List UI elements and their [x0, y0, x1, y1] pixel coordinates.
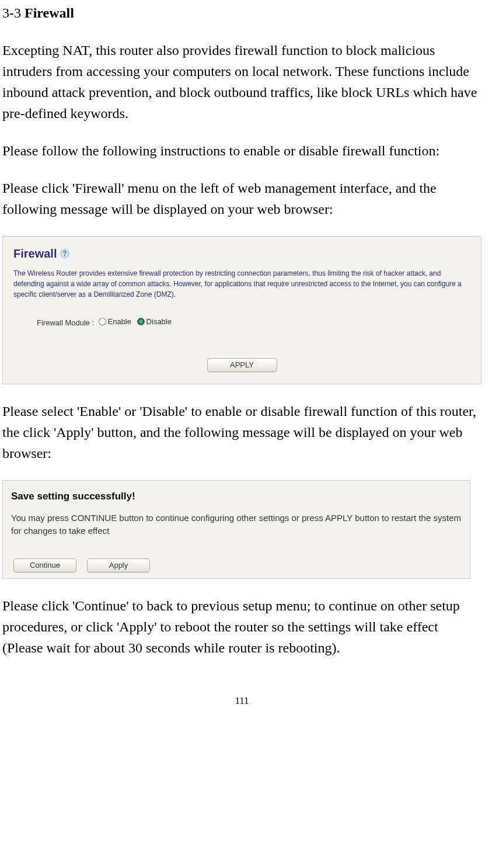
firewall-module-label: Firewall Module : [37, 318, 94, 327]
enable-radio[interactable] [99, 318, 106, 325]
intro-paragraph-1: Excepting NAT, this router also provides… [2, 40, 481, 124]
paragraph-5: Please click 'Continue' to back to previ… [2, 595, 481, 658]
save-success-panel: Save setting successfully! You may press… [2, 480, 470, 579]
apply-button-2[interactable]: Apply [87, 558, 150, 572]
intro-paragraph-2: Please follow the following instructions… [2, 140, 481, 161]
save-success-title: Save setting successfully! [11, 489, 462, 504]
disable-option[interactable]: Disable [137, 316, 172, 328]
save-success-description: You may press CONTINUE button to continu… [11, 512, 462, 537]
heading-number: 3-3 [2, 5, 25, 20]
svg-point-1 [65, 255, 66, 256]
firewall-title-text: Firewall [13, 245, 57, 262]
enable-label: Enable [108, 316, 131, 328]
page-number: 111 [2, 693, 481, 709]
firewall-panel-title: Firewall [13, 245, 470, 262]
save-success-buttons: Continue Apply [11, 558, 462, 572]
firewall-module-row: Firewall Module : Enable Disable [13, 316, 470, 329]
heading-title: Firewall [25, 5, 74, 20]
section-heading: 3-3 Firewall [2, 2, 481, 23]
firewall-panel-description: The Wireless Router provides extensive f… [13, 268, 470, 300]
apply-button[interactable]: APPLY [207, 358, 277, 372]
paragraph-4: Please select 'Enable' or 'Disable' to e… [2, 401, 481, 464]
enable-option[interactable]: Enable [99, 316, 131, 328]
intro-paragraph-3: Please click 'Firewall' menu on the left… [2, 178, 481, 220]
firewall-panel: Firewall The Wireless Router provides ex… [2, 236, 481, 384]
disable-radio[interactable] [137, 318, 145, 325]
continue-button[interactable]: Continue [13, 558, 76, 572]
apply-row: APPLY [13, 352, 470, 373]
help-icon[interactable] [60, 249, 69, 258]
disable-label: Disable [146, 316, 172, 328]
